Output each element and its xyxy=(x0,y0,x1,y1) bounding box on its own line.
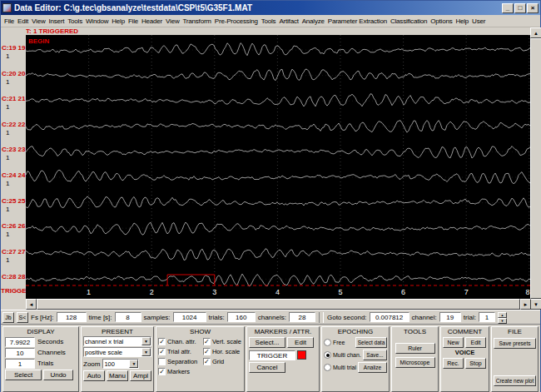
menu-help[interactable]: Help xyxy=(110,17,127,25)
present-ampl-button[interactable]: Ampl xyxy=(130,370,151,381)
file-save-presets-button[interactable]: Save presets xyxy=(494,338,536,349)
horizontal-scrollbar[interactable]: ◄ ► xyxy=(26,299,531,310)
info-bar: JbS<Fs [Hz]:128time [s]:8samples:1024tri… xyxy=(1,310,540,324)
info-value-field[interactable]: 1024 xyxy=(173,312,206,322)
menu-file[interactable]: File xyxy=(127,17,140,25)
present-auto-button[interactable]: Auto xyxy=(83,370,105,381)
spinner-down-icon[interactable]: ▼ xyxy=(498,318,507,324)
display-value-field[interactable]: 10 xyxy=(5,348,35,358)
epoching-save--button[interactable]: Save... xyxy=(363,350,387,360)
menu-tools[interactable]: Tools xyxy=(260,17,278,25)
info-value-field[interactable]: 8 xyxy=(115,312,141,322)
menu-file[interactable]: File xyxy=(2,17,16,25)
menu-artifact[interactable]: Artifact xyxy=(277,17,300,25)
info-button-0[interactable]: Jb xyxy=(2,312,14,323)
checkbox-separation[interactable] xyxy=(158,358,166,365)
checkbox-hor-scale[interactable]: ✓ xyxy=(203,348,211,355)
spinner-up-icon[interactable]: ▲ xyxy=(498,312,507,318)
menu-user[interactable]: User xyxy=(470,17,487,25)
display-value-field[interactable]: 7.9922 xyxy=(5,337,35,347)
display-section: DISPLAY 7.9922Seconds10Channels1Trials S… xyxy=(2,326,79,392)
chevron-down-icon[interactable]: ▼ xyxy=(141,337,151,345)
marker-color-swatch[interactable] xyxy=(297,350,306,360)
radio-free[interactable] xyxy=(324,339,331,346)
show-option: ✓Markers xyxy=(158,366,203,376)
comment-new-button[interactable]: New xyxy=(443,337,464,348)
eeg-plot-area[interactable]: 12345678BEGIN xyxy=(26,35,531,299)
menu-analyze[interactable]: Analyze xyxy=(300,17,326,25)
menu-view[interactable]: View xyxy=(164,17,181,25)
info-value-field[interactable]: 128 xyxy=(57,312,87,322)
marker-name-field[interactable]: TRIGGER xyxy=(249,350,295,360)
info-value-field[interactable]: 1 xyxy=(479,312,495,322)
show-section-title: SHOW xyxy=(158,328,242,336)
scroll-left-icon[interactable]: ◄ xyxy=(26,299,37,310)
display-value-field[interactable]: 1 xyxy=(5,359,35,369)
x-tick-label: 4 xyxy=(275,288,280,296)
checkbox-grid[interactable]: ✓ xyxy=(203,358,211,365)
menu-parameter-extraction[interactable]: Parameter Extraction xyxy=(326,17,389,25)
voice-rec--button[interactable]: Rec. xyxy=(443,358,464,369)
menu-header[interactable]: Header xyxy=(140,17,164,25)
info-label: samples: xyxy=(144,314,171,321)
marker-select-button[interactable]: Select... xyxy=(249,337,285,348)
eeg-plot-canvas[interactable]: 12345678BEGIN xyxy=(26,35,531,299)
menu-help[interactable]: Help xyxy=(454,17,470,25)
tools-microscope-button[interactable]: Microscope xyxy=(395,357,435,368)
file-create-new-plot-button[interactable]: Create new plot xyxy=(494,375,536,386)
chevron-down-icon[interactable]: ▼ xyxy=(141,348,151,356)
vertical-scrollbar[interactable]: ▲ ▼ xyxy=(530,27,541,310)
marker-edit-button[interactable]: Edit xyxy=(287,337,314,348)
title-bar[interactable]: Data Editor: C:\g.tec\gbsanalyze\testdat… xyxy=(1,1,540,15)
select-button[interactable]: Select xyxy=(5,370,42,380)
menu-edit[interactable]: Edit xyxy=(16,17,30,25)
close-button[interactable]: × xyxy=(527,3,539,13)
trial-spinner[interactable]: ▲▼ xyxy=(498,312,507,323)
vertical-scrollbar-thumb[interactable] xyxy=(530,38,541,299)
checkbox-chan-attr-[interactable]: ✓ xyxy=(158,338,166,345)
menu-view[interactable]: View xyxy=(30,17,47,25)
scroll-right-icon[interactable]: ► xyxy=(520,299,531,310)
scroll-up-icon[interactable]: ▲ xyxy=(530,27,541,38)
present-manu-button[interactable]: Manu xyxy=(107,370,128,381)
present-scale-select[interactable]: positive scale▼ xyxy=(83,347,151,357)
horizontal-scrollbar-thumb[interactable] xyxy=(37,299,520,310)
eeg-waveform xyxy=(26,69,530,81)
info-button-1[interactable]: S< xyxy=(17,312,28,323)
menu-tools[interactable]: Tools xyxy=(66,17,84,25)
info-value-field[interactable]: 28 xyxy=(289,312,315,322)
marker-cancel-button[interactable]: Cancel xyxy=(249,362,285,373)
chevron-down-icon[interactable]: ▼ xyxy=(129,360,138,368)
menu-bar: FileEditViewInsertToolsWindowHelpFileHea… xyxy=(1,15,540,27)
scroll-down-icon[interactable]: ▼ xyxy=(530,299,541,310)
zoom-select[interactable]: 100 ▼ xyxy=(102,359,139,369)
tools-ruler-button[interactable]: Ruler xyxy=(395,343,435,354)
epoching-analize-button[interactable]: Analize xyxy=(358,362,387,373)
checkbox-label: Separation xyxy=(167,358,197,365)
checkbox-label: Vert. scale xyxy=(212,338,241,345)
menu-insert[interactable]: Insert xyxy=(47,17,67,25)
undo-button[interactable]: Undo xyxy=(43,370,73,380)
menu-window[interactable]: Window xyxy=(84,17,110,25)
info-value-field[interactable]: 160 xyxy=(227,312,256,322)
show-option: Separation xyxy=(158,356,203,366)
radio-multi-trial[interactable] xyxy=(324,364,331,371)
maximize-button[interactable]: □ xyxy=(514,3,526,13)
minimize-button[interactable]: _ xyxy=(502,3,514,13)
voice-stop-button[interactable]: Stop xyxy=(465,358,486,369)
menu-classification[interactable]: Classification xyxy=(389,17,429,25)
menu-pre-processing[interactable]: Pre-Processing xyxy=(213,17,260,25)
menu-transform[interactable]: Transform xyxy=(181,17,212,25)
x-tick-label: 2 xyxy=(150,288,154,296)
epoching-select-data-button[interactable]: Select data xyxy=(355,337,387,348)
present-mode-select[interactable]: channel x trial▼ xyxy=(83,336,151,346)
goto-second-field[interactable]: 0.007812 xyxy=(370,312,409,322)
radio-multi-chan-[interactable] xyxy=(324,351,331,359)
checkbox-trial-attr-[interactable]: ✓ xyxy=(158,348,166,355)
info-value-field[interactable]: 19 xyxy=(439,312,461,322)
comment-edit-button[interactable]: Edit xyxy=(465,337,486,348)
checkbox-markers[interactable]: ✓ xyxy=(158,368,166,375)
checkbox-vert-scale[interactable]: ✓ xyxy=(203,338,211,345)
menu-options[interactable]: Options xyxy=(429,17,454,25)
present-section: PRESENT channel x trial▼positive scale▼ … xyxy=(81,326,154,392)
